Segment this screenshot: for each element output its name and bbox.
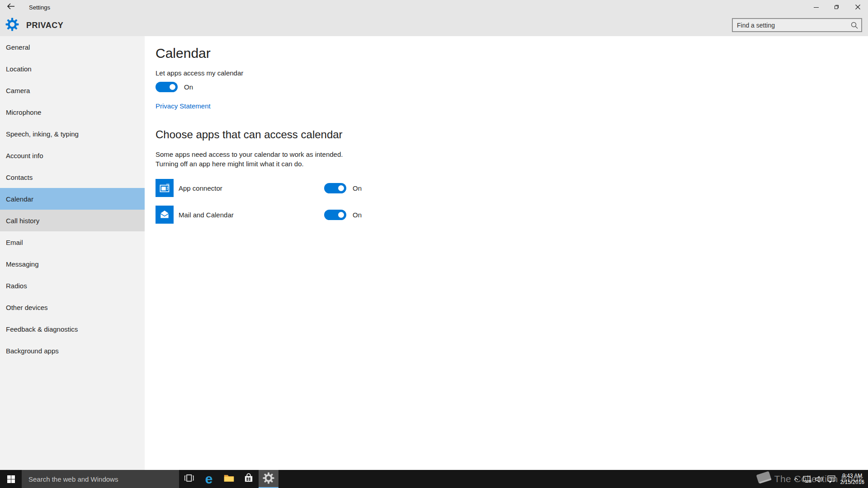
app-row-app-connector: App connector On	[156, 179, 868, 197]
find-setting-input[interactable]	[733, 22, 848, 29]
app-connector-icon	[156, 179, 174, 197]
sidebar-item-feedback-diagnostics[interactable]: Feedback & diagnostics	[0, 318, 145, 340]
windows-logo-icon	[7, 475, 15, 483]
apps-section-title: Choose apps that can access calendar	[156, 128, 868, 141]
toggle-knob	[338, 185, 344, 191]
sidebar-item-speech-inking-typing[interactable]: Speech, inking, & typing	[0, 123, 145, 145]
store-button[interactable]	[239, 470, 259, 488]
app-toggle-state: On	[353, 184, 362, 192]
toggle-knob	[170, 84, 175, 90]
access-toggle-label: Let apps access my calendar	[156, 69, 868, 78]
apps-section-description: Some apps need access to your calendar t…	[156, 150, 868, 169]
file-explorer-button[interactable]	[219, 470, 239, 488]
sidebar-item-contacts[interactable]: Contacts	[0, 166, 145, 188]
section-title: Calendar	[156, 45, 868, 61]
close-button[interactable]	[847, 0, 868, 14]
minimize-button[interactable]	[806, 0, 826, 14]
page-title: PRIVACY	[26, 21, 63, 30]
taskbar-search-input[interactable]	[22, 470, 179, 488]
find-setting-searchbox	[732, 18, 862, 32]
start-button[interactable]	[0, 470, 22, 488]
back-button[interactable]	[0, 0, 22, 14]
settings-gear-icon	[5, 18, 19, 33]
edge-button[interactable]: e	[199, 470, 219, 488]
calendar-access-toggle[interactable]	[156, 82, 178, 92]
network-icon[interactable]	[801, 470, 813, 488]
task-view-icon	[183, 472, 195, 486]
sidebar-item-radios[interactable]: Radios	[0, 275, 145, 296]
system-tray: 9:43 AM 2/15/2016	[791, 470, 868, 488]
app-connector-toggle[interactable]	[324, 183, 346, 193]
back-arrow-icon	[7, 3, 15, 12]
mail-calendar-toggle[interactable]	[324, 210, 346, 220]
restore-button[interactable]	[826, 0, 847, 14]
mail-calendar-icon	[156, 206, 174, 224]
app-toggle-state: On	[353, 211, 362, 219]
title-bar: Settings	[0, 0, 868, 14]
privacy-sidebar: General Location Camera Microphone Speec…	[0, 36, 145, 470]
access-toggle-state: On	[184, 83, 193, 91]
window-title: Settings	[29, 4, 50, 11]
close-icon	[855, 3, 860, 11]
clock[interactable]: 9:43 AM 2/15/2016	[840, 473, 864, 485]
calendar-settings-panel: Calendar Let apps access my calendar On …	[145, 36, 868, 470]
toggle-knob	[338, 212, 344, 218]
app-name: Mail and Calendar	[179, 211, 324, 219]
settings-window: Settings	[0, 0, 868, 488]
settings-taskbar-button[interactable]	[259, 470, 278, 488]
task-view-button[interactable]	[179, 470, 199, 488]
sidebar-item-calendar[interactable]: Calendar	[0, 188, 145, 210]
hidden-icons-chevron-icon[interactable]	[791, 470, 801, 488]
sidebar-item-messaging[interactable]: Messaging	[0, 253, 145, 275]
page-header: PRIVACY	[0, 14, 868, 36]
restore-icon	[834, 3, 840, 11]
sidebar-item-camera[interactable]: Camera	[0, 80, 145, 101]
privacy-statement-link[interactable]: Privacy Statement	[156, 102, 211, 110]
sidebar-item-location[interactable]: Location	[0, 58, 145, 80]
sidebar-item-microphone[interactable]: Microphone	[0, 101, 145, 123]
action-center-icon[interactable]	[826, 470, 838, 488]
minimize-icon	[814, 7, 819, 8]
edge-icon: e	[205, 472, 213, 486]
book-logo-icon	[754, 469, 774, 488]
search-icon[interactable]	[848, 21, 861, 29]
window-controls	[806, 0, 868, 14]
volume-icon[interactable]	[813, 470, 826, 488]
sidebar-item-other-devices[interactable]: Other devices	[0, 296, 145, 318]
app-row-mail-and-calendar: Mail and Calendar On	[156, 206, 868, 224]
settings-gear-taskbar-icon	[263, 472, 274, 486]
taskbar: e	[0, 470, 868, 488]
clock-date: 2/15/2016	[840, 479, 864, 485]
sidebar-item-general[interactable]: General	[0, 36, 145, 58]
file-explorer-icon	[223, 472, 235, 486]
clock-time: 9:43 AM	[840, 473, 864, 479]
store-icon	[243, 472, 255, 486]
sidebar-item-email[interactable]: Email	[0, 231, 145, 253]
sidebar-item-background-apps[interactable]: Background apps	[0, 340, 145, 361]
sidebar-item-account-info[interactable]: Account info	[0, 145, 145, 166]
sidebar-item-call-history[interactable]: Call history	[0, 210, 145, 231]
app-name: App connector	[179, 184, 324, 192]
